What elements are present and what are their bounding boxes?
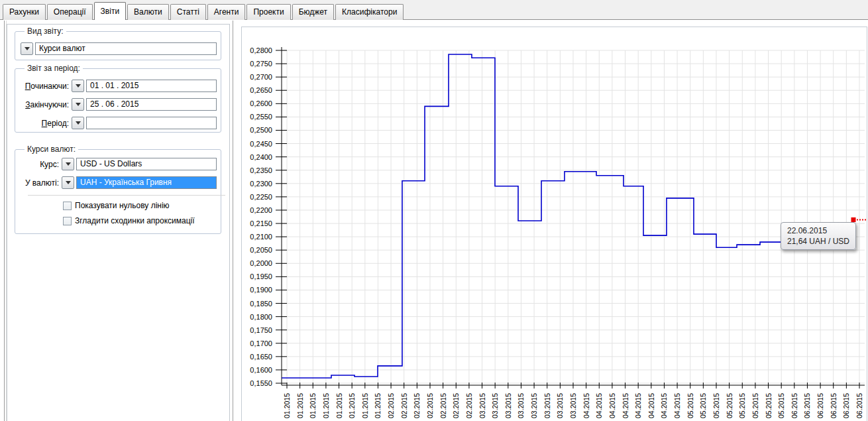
end-date-label: Закінчуючи: (21, 100, 72, 109)
in-currency-label: У валюті: (21, 178, 62, 188)
svg-text:06.2015: 06.2015 (803, 393, 811, 418)
svg-text:01.2015: 01.2015 (361, 393, 369, 418)
svg-text:03.2015: 03.2015 (543, 393, 551, 418)
svg-text:0,2750: 0,2750 (250, 60, 272, 68)
svg-text:02.2015: 02.2015 (400, 393, 408, 418)
start-date-field[interactable]: 01 . 01 . 2015 (86, 80, 217, 92)
svg-text:0,2100: 0,2100 (250, 233, 272, 241)
report-options-panel: Вид звіту: Курси валют Звіт за період: П… (7, 24, 230, 421)
svg-text:0,2250: 0,2250 (250, 193, 272, 201)
svg-text:0,2400: 0,2400 (250, 153, 272, 161)
svg-text:01.2015: 01.2015 (322, 393, 330, 418)
svg-text:06.2015: 06.2015 (816, 393, 824, 418)
svg-text:0,1650: 0,1650 (250, 353, 272, 361)
svg-text:05.2015: 05.2015 (738, 393, 746, 418)
svg-text:0,2600: 0,2600 (250, 99, 272, 107)
svg-text:0,2350: 0,2350 (250, 166, 272, 174)
tab-bar: Рахунки Операції Звіти Валюти Статті Аге… (0, 0, 868, 20)
svg-text:0,2450: 0,2450 (250, 140, 272, 148)
svg-text:03.2015: 03.2015 (491, 393, 499, 418)
svg-text:0,2050: 0,2050 (250, 246, 272, 254)
svg-text:06.2015: 06.2015 (790, 393, 798, 418)
svg-text:0,2500: 0,2500 (250, 126, 272, 134)
period-combo-button[interactable] (72, 117, 84, 129)
svg-text:04.2015: 04.2015 (660, 393, 668, 418)
svg-text:06.2015: 06.2015 (830, 393, 838, 418)
currency-rates-group: Курси валют: Курс: USD - US Dollars У ва… (15, 149, 221, 234)
start-date-combo-button[interactable] (72, 80, 84, 92)
tab-projects[interactable]: Проекти (246, 4, 290, 20)
chevron-down-icon (25, 47, 30, 50)
svg-text:05.2015: 05.2015 (699, 393, 707, 418)
svg-text:03.2015: 03.2015 (556, 393, 564, 418)
svg-text:0,1900: 0,1900 (250, 286, 272, 294)
end-date-field[interactable]: 25 . 06 . 2015 (86, 98, 217, 111)
svg-text:0,1850: 0,1850 (250, 300, 272, 308)
chevron-down-icon (76, 84, 81, 88)
svg-text:02.2015: 02.2015 (413, 393, 421, 418)
tooltip-rate: 21,64 UAH / USD (787, 236, 849, 247)
svg-text:0,2200: 0,2200 (250, 206, 272, 214)
svg-text:0,1800: 0,1800 (250, 313, 272, 321)
chevron-down-icon (76, 121, 81, 125)
svg-text:04.2015: 04.2015 (595, 393, 603, 418)
svg-text:0,1700: 0,1700 (250, 339, 272, 347)
svg-text:0,2150: 0,2150 (250, 219, 272, 227)
svg-text:04.2015: 04.2015 (622, 393, 629, 418)
rate-currency-field[interactable]: USD - US Dollars (76, 158, 217, 170)
in-currency-combo-button[interactable] (62, 176, 74, 189)
svg-text:05.2015: 05.2015 (751, 393, 759, 418)
svg-text:0,2000: 0,2000 (250, 259, 272, 267)
svg-text:05.2015: 05.2015 (712, 393, 720, 418)
svg-text:0,1550: 0,1550 (250, 379, 272, 387)
svg-text:03.2015: 03.2015 (569, 393, 577, 418)
tab-classifiers[interactable]: Класифікатори (335, 4, 404, 20)
group-separator (28, 195, 225, 196)
svg-text:05.2015: 05.2015 (777, 393, 785, 418)
chevron-down-icon (66, 181, 71, 184)
period-group: Звіт за період: Починаючи: 01 . 01 . 201… (15, 68, 221, 133)
period-field[interactable] (86, 117, 217, 129)
tab-reports[interactable]: Звіти (94, 2, 127, 20)
svg-text:06.2015: 06.2015 (855, 393, 863, 418)
period-label: Період: (21, 119, 72, 128)
report-type-legend: Вид звіту: (25, 27, 66, 36)
svg-text:01.2015: 01.2015 (309, 393, 317, 418)
svg-text:03.2015: 03.2015 (530, 393, 538, 418)
svg-text:01.2015: 01.2015 (296, 393, 304, 418)
tab-accounts[interactable]: Рахунки (3, 4, 46, 20)
report-type-combo-button[interactable] (21, 42, 33, 55)
rate-currency-label: Курс: (21, 160, 62, 169)
svg-text:01.2015: 01.2015 (283, 393, 291, 418)
svg-text:0,2300: 0,2300 (250, 180, 272, 188)
chart-tooltip: 22.06.2015 21,64 UAH / USD (781, 222, 856, 250)
show-zero-line-label: Показувати нульову лінію (75, 201, 170, 210)
svg-text:04.2015: 04.2015 (647, 393, 655, 418)
chevron-down-icon (66, 162, 71, 166)
tab-budget[interactable]: Бюджет (292, 4, 334, 20)
tab-currencies[interactable]: Валюти (127, 4, 169, 20)
rate-chart[interactable]: 0,28000,27500,27000,26500,26000,25500,25… (233, 23, 868, 421)
smooth-steps-checkbox[interactable] (63, 217, 72, 225)
svg-text:02.2015: 02.2015 (387, 393, 395, 418)
svg-text:01.2015: 01.2015 (335, 393, 343, 418)
rate-currency-combo-button[interactable] (62, 158, 74, 170)
svg-text:0,2550: 0,2550 (250, 113, 272, 121)
report-type-group: Вид звіту: Курси валют (15, 31, 221, 60)
end-date-combo-button[interactable] (72, 98, 84, 111)
svg-text:04.2015: 04.2015 (634, 393, 642, 418)
currency-rates-legend: Курси валют: (25, 145, 78, 154)
svg-text:0,1950: 0,1950 (250, 272, 272, 280)
report-type-combo-value[interactable]: Курси валют (35, 42, 217, 55)
tab-agents[interactable]: Агенти (207, 4, 246, 20)
tab-articles[interactable]: Статті (170, 4, 206, 20)
show-zero-line-checkbox[interactable] (63, 202, 72, 210)
in-currency-field[interactable]: UAH - Українська Гривня (76, 176, 217, 189)
svg-text:04.2015: 04.2015 (608, 393, 616, 418)
tab-operations[interactable]: Операції (47, 4, 93, 20)
svg-text:03.2015: 03.2015 (517, 393, 525, 418)
svg-text:03.2015: 03.2015 (504, 393, 512, 418)
svg-text:01.2015: 01.2015 (374, 393, 382, 418)
svg-text:05.2015: 05.2015 (686, 393, 694, 418)
left-splitter[interactable] (4, 21, 5, 421)
